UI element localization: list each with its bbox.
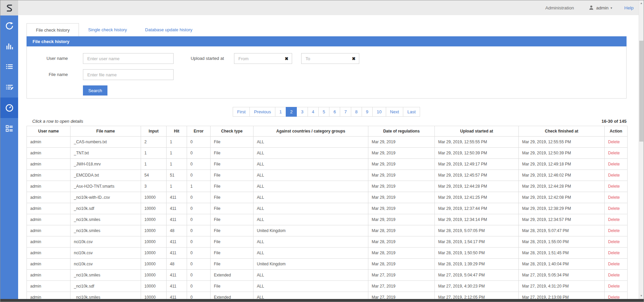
page-button-6[interactable]: 6 (329, 107, 340, 117)
search-button[interactable]: Search (83, 85, 107, 96)
clear-from-icon[interactable]: ✖ (281, 56, 292, 61)
delete-link[interactable]: Delete (608, 162, 620, 166)
tab-file-check-history[interactable]: File check history (27, 23, 79, 36)
table-cell: 48 (167, 259, 187, 270)
table-row[interactable]: admin_nci10k.smiles10000480FileUnited Ki… (27, 225, 628, 236)
delete-link[interactable]: Delete (608, 228, 620, 233)
user-name-input[interactable] (83, 53, 174, 64)
action-cell: Delete (605, 170, 628, 181)
table-row[interactable]: admin_nci10k.smiles100004110ExtendedALLM… (27, 270, 628, 281)
table-cell: 10000 (141, 281, 167, 292)
sidebar-item-check-history[interactable] (0, 98, 18, 118)
delete-link[interactable]: Delete (608, 151, 620, 155)
table-cell: 411 (167, 248, 187, 259)
sidebar-item-edit-list[interactable] (0, 77, 18, 98)
table-row[interactable]: adminnci10k.csv10000480FileUnited Kingdo… (27, 259, 628, 270)
table-row[interactable]: admin_nci10k.smiles100004110FileALLMar 2… (27, 214, 628, 225)
table-row[interactable]: admin_nci10k.sdf100004110FileALLMar 29, … (27, 203, 628, 214)
page-button-1[interactable]: 1 (275, 107, 286, 117)
sidebar-item-statistics[interactable] (0, 36, 18, 56)
table-cell: _nci10k.sdf (71, 281, 141, 292)
page-button-7[interactable]: 7 (340, 107, 351, 117)
table-row[interactable]: admin_TNT.txt110FileALLMar 29, 2019Mar 2… (27, 148, 628, 159)
table-cell: 0 (187, 137, 211, 148)
administration-label[interactable]: Administration (545, 5, 574, 10)
table-row[interactable]: admin_nci10k-with-ID..csv100004110FileAL… (27, 192, 628, 203)
table-cell: 0 (187, 292, 211, 299)
page-button-10[interactable]: 10 (372, 107, 386, 117)
page-button-previous[interactable]: Previous (249, 107, 275, 117)
sidebar-item-settings-form[interactable] (0, 118, 18, 139)
table-row[interactable]: adminnci10k.csv100004110FileALLMar 28, 2… (27, 236, 628, 248)
page-button-5[interactable]: 5 (318, 107, 329, 117)
app-logo[interactable] (0, 0, 18, 15)
range-info: 16-30 of 145 (602, 119, 627, 124)
page-button-3[interactable]: 3 (296, 107, 308, 117)
table-cell: 10000 (141, 270, 167, 281)
table-cell: _nci10k.smiles (71, 270, 141, 281)
delete-link[interactable]: Delete (608, 184, 620, 189)
date-from-input[interactable] (234, 56, 281, 61)
delete-link[interactable]: Delete (608, 262, 620, 266)
tab-single-check-history[interactable]: Single check history (79, 23, 136, 36)
table-cell: ALL (254, 192, 368, 203)
delete-link[interactable]: Delete (608, 195, 620, 200)
scroll-up-icon[interactable]: ▲ (639, 1, 644, 6)
page-button-8[interactable]: 8 (351, 107, 362, 117)
bar-chart-icon (5, 42, 14, 51)
table-row[interactable]: admin_Asx-H2O-TNT.smarts311FileALLMar 29… (27, 181, 628, 192)
table-row[interactable]: admin_JWH-018.mrv110FileALLMar 29, 2019M… (27, 159, 628, 170)
delete-link[interactable]: Delete (608, 284, 620, 289)
delete-link[interactable]: Delete (608, 239, 620, 244)
table-row[interactable]: admin_EMCDDA.txt54510FileALLMar 29, 2019… (27, 170, 628, 181)
file-name-input[interactable] (83, 69, 174, 80)
page-button-9[interactable]: 9 (362, 107, 373, 117)
table-cell: File (211, 236, 254, 248)
vertical-scrollbar[interactable]: ▲ ▼ (639, 0, 644, 299)
help-link[interactable]: Help (624, 5, 634, 10)
table-row[interactable]: adminnci10k.csv100004110FileALLMar 28, 2… (27, 248, 628, 259)
tab-database-update-history[interactable]: Database update history (136, 23, 201, 36)
action-cell: Delete (605, 192, 628, 203)
table-cell: admin (27, 292, 71, 299)
user-menu[interactable]: admin ▾ (589, 5, 612, 10)
sidebar-item-recheck[interactable] (0, 15, 18, 36)
table-row[interactable]: admin_nci10k.smiles100004110ExtendedALLM… (27, 292, 628, 299)
page-button-2[interactable]: 2 (286, 107, 297, 117)
table-cell: Mar 29, 2019, 12:55:55 PM (435, 137, 519, 148)
delete-link[interactable]: Delete (608, 206, 620, 211)
table-cell: 1 (141, 159, 167, 170)
table-cell: ALL (254, 159, 368, 170)
sidebar-item-list[interactable] (0, 56, 18, 77)
table-row[interactable]: admin_nci10k.sdf100004110FileALLMar 27, … (27, 281, 628, 292)
table-cell: 411 (167, 203, 187, 214)
table-cell: Mar 29, 2019 (368, 137, 435, 148)
scrollbar-thumb[interactable] (639, 41, 643, 142)
date-to-input[interactable] (302, 56, 349, 61)
table-cell: Mar 27, 2019, 4:30:23 PM (435, 281, 519, 292)
history-table: User nameFile nameInputHitErrorCheck typ… (27, 126, 628, 299)
page-button-first[interactable]: First (233, 107, 250, 117)
meta-row: Click a row to open details 16-30 of 145 (27, 119, 627, 124)
table-cell: 0 (187, 259, 211, 270)
table-cell: United Kingdom (254, 225, 368, 236)
page-button-4[interactable]: 4 (308, 107, 319, 117)
delete-link[interactable]: Delete (608, 295, 620, 299)
table-cell: ALL (254, 292, 368, 299)
delete-link[interactable]: Delete (608, 140, 620, 144)
delete-link[interactable]: Delete (608, 217, 620, 222)
scroll-down-icon[interactable]: ▼ (639, 294, 644, 298)
form-icon (5, 124, 14, 133)
clear-to-icon[interactable]: ✖ (349, 56, 359, 61)
delete-link[interactable]: Delete (608, 251, 620, 255)
table-cell: Mar 28, 2019, 1:39:29 PM (435, 259, 519, 270)
page-button-last[interactable]: Last (403, 107, 420, 117)
table-cell: Mar 28, 2019, 1:50:50 PM (435, 248, 519, 259)
table-row[interactable]: admin_CAS-numbers.txt210FileALLMar 29, 2… (27, 137, 628, 148)
table-cell: File (211, 248, 254, 259)
delete-link[interactable]: Delete (608, 273, 620, 277)
column-header: Check type (211, 126, 254, 137)
page-button-next[interactable]: Next (386, 107, 404, 117)
delete-link[interactable]: Delete (608, 173, 620, 178)
action-cell: Delete (605, 248, 628, 259)
